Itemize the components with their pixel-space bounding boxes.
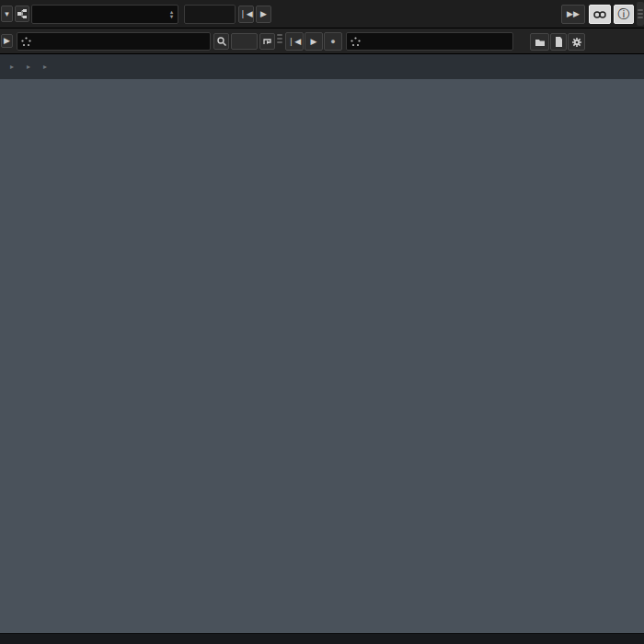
module-graph-layer: [0, 0, 644, 644]
reaktor-window: { "header": { "snapshot_label": "Untitle…: [0, 0, 644, 644]
bottom-status-bar: [0, 633, 644, 644]
